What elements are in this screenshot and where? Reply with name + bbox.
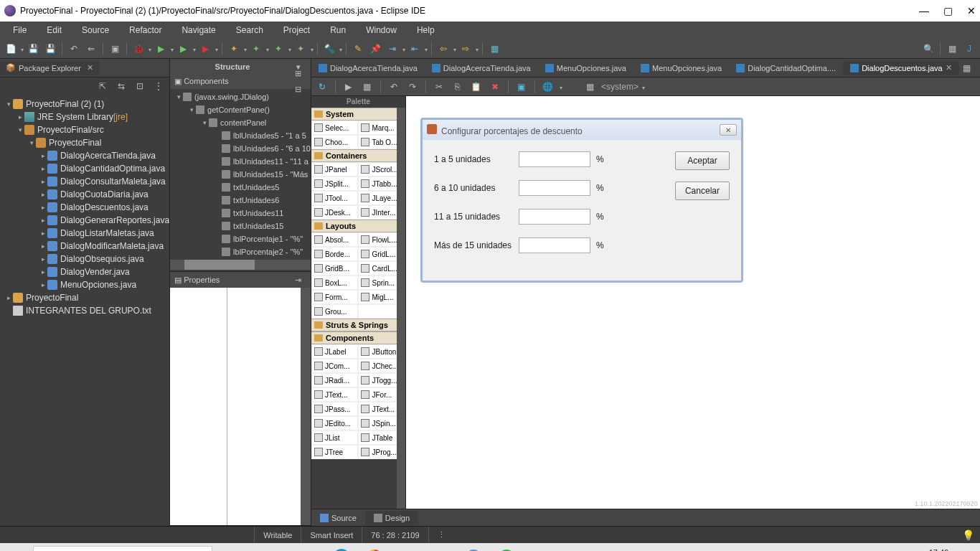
tree-row[interactable]: ▸DialogListarMaletas.java: [0, 227, 169, 240]
editor-tab[interactable]: DialogCantidadOptima....: [729, 61, 843, 75]
palette-item[interactable]: JSplit...: [311, 176, 359, 191]
component-row[interactable]: txtUnidades15: [170, 220, 311, 232]
editor-tab[interactable]: MenuOpciones.java: [633, 61, 729, 75]
aceptar-button[interactable]: Aceptar: [675, 151, 730, 170]
palette-item[interactable]: Selec...: [311, 121, 359, 135]
cortana-icon[interactable]: ○: [261, 546, 290, 551]
undo-icon[interactable]: ↶: [66, 41, 82, 57]
collapse-icon[interactable]: ⇱: [95, 78, 110, 94]
menu-help[interactable]: Help: [407, 22, 445, 38]
coverage-icon[interactable]: ▶: [175, 41, 191, 57]
app1-icon[interactable]: ⊞: [426, 546, 455, 551]
step-icon[interactable]: ⇥: [385, 41, 400, 57]
expand-icon[interactable]: ⊞: [291, 65, 306, 81]
component-row[interactable]: ▾(javax.swing.JDialog): [170, 90, 311, 103]
undo2-icon[interactable]: ↶: [386, 79, 402, 95]
tree-row[interactable]: ▸DialogModificarMaleta.java: [0, 240, 169, 253]
palette-item[interactable]: JList: [311, 430, 359, 445]
chrome-icon[interactable]: [360, 546, 389, 551]
minimize-button[interactable]: —: [919, 5, 929, 17]
eclipse-taskbar-icon[interactable]: [558, 546, 587, 551]
tree-row[interactable]: ▸ProyectoFinal: [0, 291, 169, 304]
palette-item[interactable]: Borde...: [311, 247, 359, 261]
globe-icon[interactable]: 🌐: [540, 79, 556, 95]
step2-icon[interactable]: ⇤: [407, 41, 423, 57]
new-pkg-icon[interactable]: ✦: [226, 41, 242, 57]
tree-row[interactable]: INTEGRANTES DEL GRUPO.txt: [0, 304, 169, 317]
start-button[interactable]: [4, 546, 30, 551]
pin-icon[interactable]: 📌: [367, 41, 383, 57]
ext-tools-icon[interactable]: ▶: [197, 41, 213, 57]
link-icon[interactable]: ⇆: [113, 78, 129, 94]
component-row[interactable]: txtUnidades5: [170, 181, 311, 194]
row-input[interactable]: [519, 237, 590, 253]
palette-item[interactable]: Choo...: [311, 135, 359, 149]
test-icon[interactable]: ▶: [341, 79, 357, 95]
palette-item[interactable]: JText...: [311, 387, 359, 402]
redo2-icon[interactable]: ↷: [405, 79, 420, 95]
palette-scrollbar[interactable]: [397, 108, 405, 509]
editor-tab[interactable]: DialogDescuentos.java ✕: [843, 60, 959, 75]
palette-item[interactable]: JTool...: [311, 191, 359, 205]
component-row[interactable]: lblPorcentaje1 - "%": [170, 232, 311, 245]
component-row[interactable]: lblUnidades11 - "11 a: [170, 155, 311, 168]
tree-row[interactable]: ▸DialogGenerarReportes.java: [0, 214, 169, 227]
edge-icon[interactable]: [327, 546, 356, 551]
preview-icon[interactable]: ▣: [514, 79, 529, 95]
taskview-icon[interactable]: ⊞: [294, 546, 323, 551]
menu-search[interactable]: Search: [226, 22, 273, 38]
palette-item[interactable]: JRadi...: [311, 373, 359, 387]
weather-widget[interactable]: ◐◑: [215, 546, 258, 551]
design-canvas[interactable]: Configurar porcentajes de descuento ✕ 1 …: [406, 96, 980, 509]
tree-row[interactable]: ▾ProyectoFinal (2) (1): [0, 98, 169, 110]
tree-row[interactable]: ▸DialogAcercaTienda.java: [0, 149, 169, 162]
row-input[interactable]: [519, 180, 590, 196]
back-icon[interactable]: ⇐: [83, 41, 99, 57]
palette-group-layouts[interactable]: Layouts: [311, 220, 405, 232]
save-icon[interactable]: 💾: [25, 41, 41, 57]
status-menu-icon[interactable]: ⋮: [428, 527, 454, 543]
java-perspective-icon[interactable]: J: [961, 41, 977, 57]
palette-group-components[interactable]: Components: [311, 331, 405, 344]
layout-icon[interactable]: ▦: [359, 79, 375, 95]
back-nav-icon[interactable]: ⇦: [435, 41, 451, 57]
new-type-icon[interactable]: ✦: [270, 41, 286, 57]
tree-row[interactable]: ▾ProyectoFinal/src: [0, 123, 169, 136]
palette-item[interactable]: GridB...: [311, 261, 359, 276]
component-row[interactable]: txtUnidades6: [170, 194, 311, 207]
component-tree[interactable]: ▾(javax.swing.JDialog)▾getContentPane()▾…: [170, 89, 311, 271]
source-tab[interactable]: Source: [311, 511, 365, 525]
close-icon[interactable]: ✕: [87, 63, 93, 72]
show-list-icon[interactable]: ▦: [959, 60, 975, 76]
menu-project[interactable]: Project: [273, 22, 320, 38]
spotify-icon[interactable]: [492, 546, 521, 551]
palette-item[interactable]: JDesk...: [311, 205, 359, 220]
close-icon[interactable]: ✕: [946, 63, 952, 72]
save-all-icon[interactable]: 💾: [42, 41, 58, 57]
dialog-close-icon[interactable]: ✕: [720, 124, 737, 136]
palette-group-system[interactable]: System: [311, 108, 405, 121]
perspective-icon[interactable]: ▦: [944, 41, 960, 57]
component-row[interactable]: lblUnidades15 - "Más: [170, 168, 311, 181]
component-row[interactable]: txtUnidades11: [170, 207, 311, 220]
editor-tab[interactable]: DialogAcercaTienda.java: [311, 61, 425, 75]
menu-refactor[interactable]: Refactor: [119, 22, 171, 38]
vscode-icon[interactable]: ⟐: [393, 546, 422, 551]
app2-icon[interactable]: [459, 546, 488, 551]
component-row[interactable]: ▾contentPanel: [170, 116, 311, 129]
fwd-nav-icon[interactable]: ⇨: [458, 41, 473, 57]
tree-row[interactable]: ▸DialogDescuentos.java: [0, 201, 169, 214]
palette-group-containers[interactable]: Containers: [311, 149, 405, 162]
search-input[interactable]: 🔍 Escribe aquí para buscar: [33, 546, 212, 551]
menu-run[interactable]: Run: [320, 22, 356, 38]
maximize-button[interactable]: ▢: [943, 5, 953, 17]
search-icon[interactable]: 🔍: [920, 41, 936, 57]
components-h-scrollbar[interactable]: [170, 260, 311, 270]
editor-tab[interactable]: DialogAcercaTienda.java: [425, 61, 538, 75]
refresh-icon[interactable]: ↻: [314, 79, 330, 95]
tree-row[interactable]: ▸DialogCuotaDiaria.java: [0, 188, 169, 201]
tip-icon[interactable]: 💡: [962, 529, 980, 541]
menu-file[interactable]: File: [3, 22, 37, 38]
palette-item[interactable]: Grou...: [311, 304, 359, 319]
paste-icon[interactable]: 📋: [468, 79, 484, 95]
